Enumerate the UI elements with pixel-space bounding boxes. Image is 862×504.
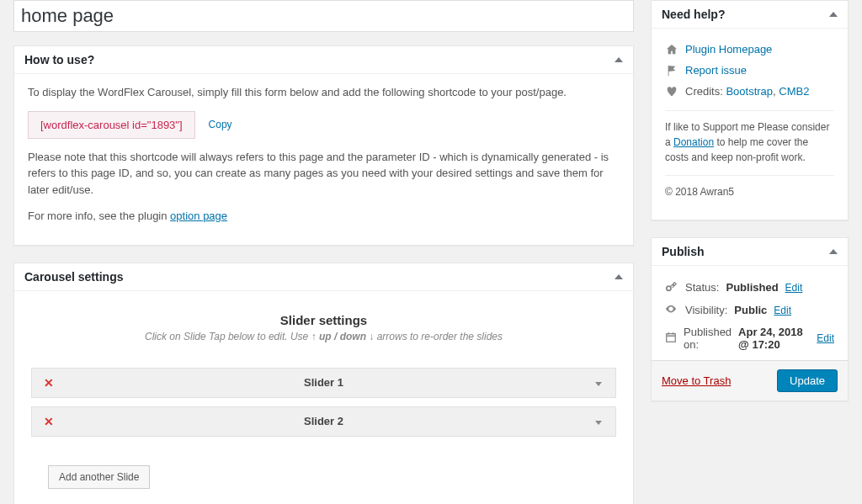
credits-link-cmb2[interactable]: CMB2 bbox=[779, 85, 809, 98]
collapse-icon bbox=[829, 12, 838, 17]
key-icon bbox=[665, 280, 678, 294]
add-slide-button[interactable]: Add another Slide bbox=[48, 465, 150, 489]
credits-link-bootstrap[interactable]: Bootstrap bbox=[726, 85, 773, 98]
option-page-link[interactable]: option page bbox=[170, 210, 227, 222]
chevron-down-icon bbox=[582, 415, 615, 427]
published-label: Published on: bbox=[684, 326, 732, 351]
remove-slide-icon[interactable]: ✕ bbox=[32, 376, 66, 390]
move-to-trash-link[interactable]: Move to Trash bbox=[662, 374, 731, 387]
credits-label: Credits: bbox=[685, 85, 723, 98]
chevron-down-icon bbox=[582, 376, 615, 389]
howto-header[interactable]: How to use? bbox=[14, 46, 633, 74]
carousel-heading: Carousel settings bbox=[24, 270, 123, 284]
howto-intro: To display the WordFlex Carousel, simply… bbox=[28, 84, 620, 101]
carousel-header[interactable]: Carousel settings bbox=[14, 263, 633, 291]
update-button[interactable]: Update bbox=[777, 369, 838, 392]
report-issue-link[interactable]: Report issue bbox=[685, 64, 747, 77]
page-title-input[interactable] bbox=[13, 0, 634, 32]
collapse-icon bbox=[615, 57, 623, 62]
copyright-text: © 2018 Awran5 bbox=[665, 184, 834, 199]
help-heading: Need help? bbox=[662, 8, 725, 21]
howto-heading: How to use? bbox=[24, 53, 94, 66]
howto-moreinfo: For more info, see the plugin option pag… bbox=[28, 208, 620, 225]
flag-icon bbox=[665, 65, 678, 77]
slide-row[interactable]: ✕ Slider 1 bbox=[31, 368, 616, 398]
howto-box: How to use? To display the WordFlex Caro… bbox=[13, 45, 634, 246]
publish-box: Publish Status: Published Edit Visibilit bbox=[651, 237, 849, 401]
collapse-icon bbox=[829, 249, 838, 254]
edit-status-link[interactable]: Edit bbox=[785, 282, 803, 294]
status-label: Status: bbox=[685, 281, 719, 294]
home-icon bbox=[665, 44, 678, 56]
visibility-value: Public bbox=[734, 304, 767, 316]
carousel-box: Carousel settings Slider settings Click … bbox=[13, 263, 634, 505]
help-box: Need help? Plugin Homepage Re bbox=[651, 0, 849, 220]
edit-date-link[interactable]: Edit bbox=[817, 332, 834, 344]
published-value: Apr 24, 2018 @ 17:20 bbox=[738, 326, 810, 351]
plugin-homepage-link[interactable]: Plugin Homepage bbox=[685, 43, 772, 56]
edit-visibility-link[interactable]: Edit bbox=[774, 305, 791, 316]
slider-settings-sub: Click on Slide Tap below to edit. Use ↑ … bbox=[31, 331, 616, 342]
eye-icon bbox=[665, 303, 678, 317]
donation-link[interactable]: Donation bbox=[673, 136, 714, 148]
heart-icon bbox=[665, 86, 678, 98]
publish-heading: Publish bbox=[662, 245, 705, 258]
svg-rect-1 bbox=[667, 333, 676, 342]
slide-label: Slider 2 bbox=[66, 415, 582, 427]
status-value: Published bbox=[726, 281, 778, 294]
slide-row[interactable]: ✕ Slider 2 bbox=[31, 406, 616, 437]
shortcode-text: [wordflex-carousel id="1893"] bbox=[28, 111, 195, 139]
copy-link[interactable]: Copy bbox=[209, 119, 232, 130]
collapse-icon bbox=[615, 274, 623, 279]
calendar-icon bbox=[665, 332, 677, 346]
publish-header[interactable]: Publish bbox=[652, 238, 848, 266]
slide-label: Slider 1 bbox=[66, 376, 582, 389]
visibility-label: Visibility: bbox=[685, 304, 727, 316]
help-header[interactable]: Need help? bbox=[652, 1, 848, 29]
support-text: If like to Support me Please consider a … bbox=[665, 119, 834, 165]
remove-slide-icon[interactable]: ✕ bbox=[32, 415, 66, 428]
howto-note: Please note that this shortcode will alw… bbox=[28, 149, 620, 199]
slider-settings-heading: Slider settings bbox=[31, 313, 616, 327]
